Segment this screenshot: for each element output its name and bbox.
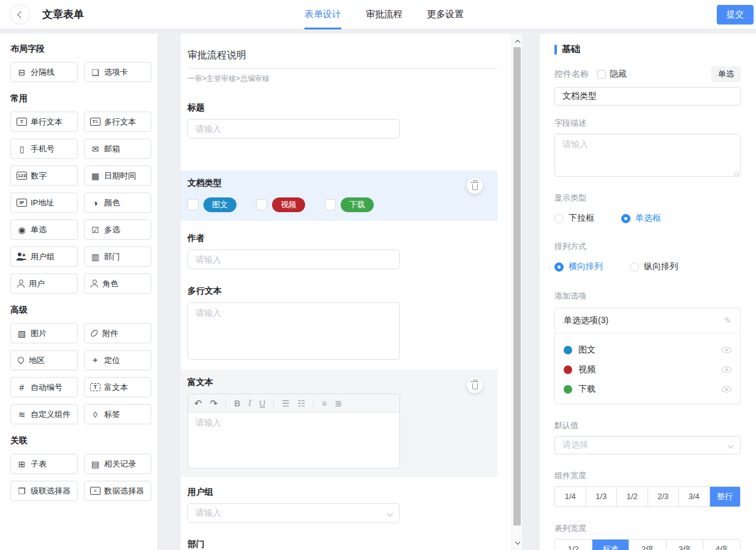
approval-description[interactable]: 审批流程说明 一审>主管审核>总编审核 xyxy=(181,49,497,84)
tab-form-design[interactable]: 表单设计 xyxy=(304,0,341,29)
eye-icon[interactable] xyxy=(722,367,731,373)
sidebar-item-phone[interactable]: ▯手机号 xyxy=(10,139,78,159)
sidebar-item-attachment[interactable]: 附件 xyxy=(84,323,151,343)
author-input[interactable] xyxy=(187,250,400,269)
tab-approval-flow[interactable]: 审批流程 xyxy=(366,0,403,29)
field-department[interactable]: 部门 请输入 xyxy=(181,539,497,550)
doc-type-checkbox-1[interactable] xyxy=(187,199,198,210)
component-width-1-3[interactable]: 1/3 xyxy=(586,487,617,506)
column-width-4x[interactable]: 4倍 xyxy=(703,540,740,550)
field-desc-label: 字段描述 xyxy=(554,118,741,129)
eye-icon[interactable] xyxy=(722,386,731,392)
column-width-1-2[interactable]: 1/2 xyxy=(555,540,592,550)
sidebar-item-subtable[interactable]: ⊞子表 xyxy=(10,454,78,474)
tab-more-settings[interactable]: 更多设置 xyxy=(427,0,464,29)
scroll-down-button[interactable] xyxy=(512,538,522,548)
eye-icon[interactable] xyxy=(722,347,731,353)
doc-type-checkbox-3[interactable] xyxy=(325,199,336,210)
submit-button[interactable]: 提交 xyxy=(717,5,754,25)
field-title[interactable]: 标题 xyxy=(181,102,497,139)
control-name-input[interactable] xyxy=(554,87,741,105)
sidebar-item-multi-line-text[interactable]: T≡多行文本 xyxy=(84,112,151,132)
field-doc-type[interactable]: 文档类型 图文 视频 下载 xyxy=(181,170,497,221)
component-width-2-3[interactable]: 2/3 xyxy=(648,487,679,506)
sidebar-item-color[interactable]: ◑颜色 xyxy=(84,193,151,213)
field-author[interactable]: 作者 xyxy=(181,233,497,269)
section-title-common: 常用 xyxy=(10,93,150,104)
sidebar-item-single-line-text[interactable]: T单行文本 xyxy=(10,112,78,132)
sidebar-item-auto-number[interactable]: #自动编号 xyxy=(10,377,78,397)
sidebar-item-ip-address[interactable]: IPIP地址 xyxy=(10,193,78,213)
add-options-label: 添加选项 xyxy=(554,291,741,302)
doc-type-checkbox-2[interactable] xyxy=(256,199,267,210)
data-selector-icon: ≡ xyxy=(90,487,100,495)
underline-icon[interactable]: U xyxy=(259,399,265,408)
delete-field-button[interactable] xyxy=(467,178,483,194)
sidebar-item-custom-component[interactable]: ≋自定义组件 xyxy=(10,404,78,424)
doc-type-option-badge[interactable]: 图文 xyxy=(203,197,236,212)
display-type-radio-box-radio[interactable]: 单选框 xyxy=(621,213,661,224)
redo-icon[interactable]: ↷ xyxy=(210,399,218,408)
ordered-list-icon[interactable]: ☷ xyxy=(298,399,306,408)
scroll-up-button[interactable] xyxy=(512,36,522,46)
option-row: 视频 xyxy=(564,363,731,376)
undo-icon[interactable]: ↶ xyxy=(194,399,202,408)
sidebar-item-email[interactable]: ✉邮箱 xyxy=(84,139,151,159)
field-user-group[interactable]: 用户组 请输入 xyxy=(181,487,497,523)
arrangement-horizontal-radio[interactable]: 横向排列 xyxy=(554,261,603,272)
multiline-textarea[interactable] xyxy=(187,302,400,360)
component-width-full[interactable]: 整行 xyxy=(709,487,741,506)
option-color-dot xyxy=(564,385,572,394)
sidebar-item-datetime[interactable]: ▦日期时间 xyxy=(84,166,151,186)
component-width-3-4[interactable]: 3/4 xyxy=(678,487,709,506)
sidebar-item-data-selector[interactable]: ≡数据选择器 xyxy=(84,481,151,501)
doc-type-option-badge[interactable]: 下载 xyxy=(341,197,374,212)
sidebar-item-region[interactable]: 地区 xyxy=(10,350,78,370)
back-button[interactable] xyxy=(10,4,30,25)
sidebar-item-multi-select[interactable]: ☑多选 xyxy=(84,220,151,240)
section-advanced: 高级 ▧图片 附件 地区 ⌖定位 #自动编号 T富文本 ≋自定义组件 ◊标签 xyxy=(10,305,150,424)
field-richtext[interactable]: 富文本 ↶ ↷ B I U ☰ ☷ ≡ ≣ xyxy=(181,370,497,477)
user-group-select[interactable]: 请输入 xyxy=(187,503,400,523)
field-desc-textarea[interactable] xyxy=(554,134,741,177)
display-type-dropdown-radio[interactable]: 下拉框 xyxy=(554,213,594,224)
hidden-checkbox[interactable] xyxy=(597,70,606,78)
column-width-3x[interactable]: 3倍 xyxy=(666,540,703,550)
auto-number-icon: # xyxy=(17,383,27,392)
sidebar-item-divider[interactable]: ⊟分隔线 xyxy=(10,62,78,82)
sidebar-item-tag[interactable]: ◊标签 xyxy=(84,404,151,424)
sidebar-item-tabs[interactable]: ❏选项卡 xyxy=(84,62,151,82)
delete-field-button[interactable] xyxy=(467,377,483,393)
sidebar-item-rich-text[interactable]: T富文本 xyxy=(84,377,151,397)
sidebar-item-role[interactable]: 角色 xyxy=(84,273,151,294)
default-value-select[interactable]: 请选择 xyxy=(554,436,741,454)
title-input[interactable] xyxy=(187,119,400,139)
edit-options-icon[interactable]: ✎ xyxy=(724,316,731,326)
sidebar-item-number[interactable]: 123数字 xyxy=(10,166,78,186)
align-center-icon[interactable]: ≡ xyxy=(322,399,327,408)
sidebar-item-radio[interactable]: ◉单选 xyxy=(10,220,78,240)
sidebar-item-location[interactable]: ⌖定位 xyxy=(84,350,151,370)
sidebar-item-cascade-selector[interactable]: ❐级联选择器 xyxy=(10,481,78,501)
align-right-icon[interactable]: ≣ xyxy=(335,399,342,408)
doc-type-option-badge[interactable]: 视频 xyxy=(272,197,305,212)
scrollbar-thumb[interactable] xyxy=(513,47,521,525)
bold-icon[interactable]: B xyxy=(234,399,240,408)
component-width-1-2[interactable]: 1/2 xyxy=(616,487,648,506)
field-label: 文档类型 xyxy=(187,178,489,189)
sidebar-item-related-record[interactable]: ▤相关记录 xyxy=(84,454,151,474)
sidebar-item-user-group[interactable]: 用户组 xyxy=(10,246,78,267)
sidebar-item-department[interactable]: ▥部门 xyxy=(84,246,151,267)
component-width-1-4[interactable]: 1/4 xyxy=(555,487,586,506)
sidebar-item-image[interactable]: ▧图片 xyxy=(10,323,78,343)
canvas-scrollbar[interactable] xyxy=(512,34,522,550)
field-label: 标题 xyxy=(187,102,497,113)
column-width-standard[interactable]: 标准 xyxy=(592,540,629,550)
sidebar-item-user[interactable]: 用户 xyxy=(10,273,78,294)
arrangement-vertical-radio[interactable]: 纵向排列 xyxy=(630,261,678,272)
column-width-2x[interactable]: 2倍 xyxy=(629,540,666,550)
field-multiline[interactable]: 多行文本 xyxy=(181,286,497,362)
richtext-content[interactable]: 请输入 xyxy=(188,413,399,468)
bullet-list-icon[interactable]: ☰ xyxy=(282,399,290,408)
italic-icon[interactable]: I xyxy=(248,399,251,408)
